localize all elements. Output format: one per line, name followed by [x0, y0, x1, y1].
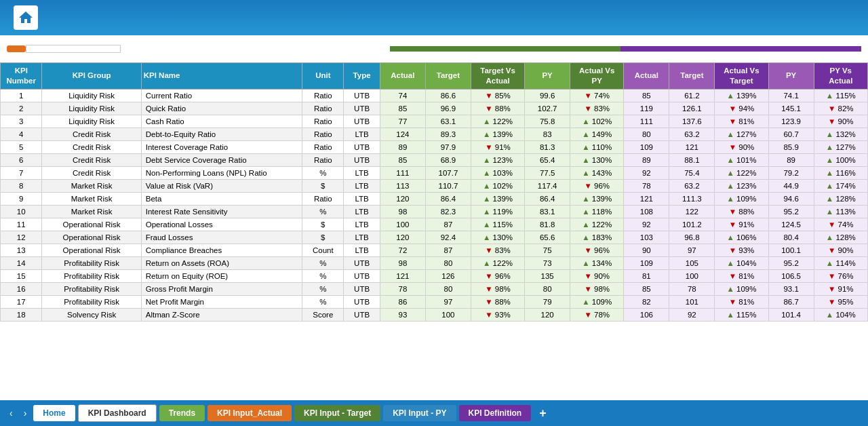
cell-col-mtd-avspy: ▲ 122%: [570, 218, 624, 231]
tab-kpi-input-py[interactable]: KPI Input - PY: [383, 405, 456, 421]
cell-col-ytd-avst: ▲ 139%: [715, 89, 768, 102]
tab-prev[interactable]: ‹: [5, 405, 17, 421]
cell-col-ytd-pvsa: ▲ 132%: [814, 128, 867, 140]
table-row: 5Credit RiskInterest Coverage RatioRatio…: [1, 140, 868, 153]
cell-col-mtd-tva: ▼ 85%: [471, 89, 524, 102]
home-icon[interactable]: [14, 5, 38, 30]
tab-kpi-input-target[interactable]: KPI Input - Target: [294, 405, 380, 421]
cell-col-kpi-grp: Market Risk: [42, 205, 141, 218]
col-header-mtd-tva: Target VsActual: [471, 63, 524, 90]
cell-col-mtd-actual: 98: [380, 205, 425, 218]
cell-col-mtd-actual: 72: [380, 244, 425, 256]
tab-trends[interactable]: Trends: [159, 405, 205, 421]
cell-col-unit: %: [302, 166, 344, 179]
cell-col-mtd-tva: ▲ 115%: [471, 218, 524, 231]
cell-col-kpi-num: 10: [1, 205, 42, 218]
data-table-wrapper: KPINumber KPI Group KPI Name Unit Type A…: [0, 62, 868, 400]
cell-col-kpi-name: Net Profit Margin: [141, 295, 302, 308]
tab-kpi-definition[interactable]: KPI Definition: [459, 405, 532, 421]
cell-col-ytd-actual: 80: [624, 128, 669, 140]
month-display: [26, 45, 121, 53]
cell-col-unit: $: [302, 218, 344, 231]
cell-col-ytd-pvsa: ▼ 91%: [814, 282, 867, 295]
cell-col-type: LTB: [344, 128, 380, 140]
cell-col-unit: %: [302, 205, 344, 218]
cell-col-ytd-py: 145.1: [768, 102, 814, 115]
cell-col-mtd-actual: 121: [380, 269, 425, 282]
cell-col-ytd-pvsa: ▲ 114%: [814, 256, 867, 269]
cell-col-mtd-actual: 74: [380, 89, 425, 102]
cell-col-ytd-avst: ▲ 104%: [715, 256, 768, 269]
cell-col-unit: Ratio: [302, 153, 344, 166]
col-header-kpi-name: KPI Name: [141, 63, 302, 90]
cell-col-mtd-actual: 98: [380, 256, 425, 269]
col-header-ytd-py: PY: [768, 63, 814, 90]
cell-col-mtd-avspy: ▲ 109%: [570, 295, 624, 308]
tab-next[interactable]: ›: [20, 405, 31, 421]
cell-col-mtd-avspy: ▲ 183%: [570, 231, 624, 244]
cell-col-type: LTB: [344, 218, 380, 231]
cell-col-mtd-target: 97: [425, 295, 471, 308]
cell-col-mtd-avspy: ▲ 102%: [570, 115, 624, 128]
cell-col-ytd-pvsa: ▼ 76%: [814, 269, 867, 282]
cell-col-type: LTB: [344, 166, 380, 179]
cell-col-kpi-name: Debt Service Coverage Ratio: [141, 153, 302, 166]
cell-col-mtd-avspy: ▲ 149%: [570, 128, 624, 140]
cell-col-kpi-name: Value at Risk (VaR): [141, 179, 302, 192]
cell-col-unit: $: [302, 179, 344, 192]
cell-col-mtd-target: 92.4: [425, 231, 471, 244]
cell-col-mtd-py: 83: [525, 128, 570, 140]
cell-col-mtd-py: 73: [525, 256, 570, 269]
cell-col-type: UTB: [344, 308, 380, 321]
cell-col-ytd-target: 121: [669, 140, 715, 153]
cell-col-mtd-py: 75.8: [525, 115, 570, 128]
cell-col-ytd-py: 86.7: [768, 295, 814, 308]
cell-col-kpi-name: Non-Performing Loans (NPL) Ratio: [141, 166, 302, 179]
tab-kpi-dashboard[interactable]: KPI Dashboard: [78, 404, 157, 422]
table-row: 12Operational RiskFraud Losses$LTB12092.…: [1, 231, 868, 244]
cell-col-ytd-actual: 81: [624, 269, 669, 282]
col-header-ytd-actual: Actual: [624, 63, 669, 90]
cell-col-ytd-py: 95.2: [768, 256, 814, 269]
cell-col-mtd-actual: 111: [380, 166, 425, 179]
tab-kpi-input-actual[interactable]: KPI Input_Actual: [208, 405, 292, 421]
col-header-mtd-avspy: Actual VsPY: [570, 63, 624, 90]
cell-col-kpi-grp: Credit Risk: [42, 166, 141, 179]
table-row: 1Liquidity RiskCurrent RatioRatioUTB7486…: [1, 89, 868, 102]
tab-home[interactable]: Home: [33, 405, 75, 421]
cell-col-unit: Ratio: [302, 192, 344, 205]
col-header-type: Type: [344, 63, 380, 90]
cell-col-mtd-actual: 120: [380, 231, 425, 244]
cell-col-ytd-avst: ▲ 106%: [715, 231, 768, 244]
cell-col-unit: %: [302, 269, 344, 282]
col-header-mtd-actual: Actual: [380, 63, 425, 90]
cell-col-mtd-py: 65.6: [525, 231, 570, 244]
cell-col-kpi-num: 9: [1, 192, 42, 205]
cell-col-mtd-actual: 113: [380, 179, 425, 192]
ytd-section-label: [620, 46, 861, 52]
cell-col-ytd-pvsa: ▲ 128%: [814, 231, 867, 244]
cell-col-ytd-actual: 85: [624, 282, 669, 295]
cell-col-mtd-target: 68.9: [425, 153, 471, 166]
cell-col-kpi-name: Fraud Losses: [141, 231, 302, 244]
cell-col-mtd-actual: 89: [380, 140, 425, 153]
col-header-mtd-target: Target: [425, 63, 471, 90]
cell-col-ytd-actual: 109: [624, 256, 669, 269]
cell-col-mtd-tva: ▼ 88%: [471, 295, 524, 308]
cell-col-kpi-name: Compliance Breaches: [141, 244, 302, 256]
cell-col-mtd-target: 107.7: [425, 166, 471, 179]
select-month-button[interactable]: [7, 45, 26, 52]
cell-col-kpi-num: 16: [1, 282, 42, 295]
cell-col-mtd-actual: 77: [380, 115, 425, 128]
cell-col-ytd-py: 89: [768, 153, 814, 166]
cell-col-ytd-avst: ▲ 122%: [715, 166, 768, 179]
cell-col-kpi-name: Current Ratio: [141, 89, 302, 102]
cell-col-mtd-target: 80: [425, 256, 471, 269]
cell-col-mtd-py: 80: [525, 282, 570, 295]
cell-col-kpi-grp: Operational Risk: [42, 218, 141, 231]
cell-col-mtd-target: 87: [425, 244, 471, 256]
tab-add[interactable]: +: [534, 405, 552, 422]
cell-col-mtd-target: 87: [425, 218, 471, 231]
cell-col-ytd-target: 101: [669, 295, 715, 308]
cell-col-ytd-pvsa: ▲ 100%: [814, 153, 867, 166]
